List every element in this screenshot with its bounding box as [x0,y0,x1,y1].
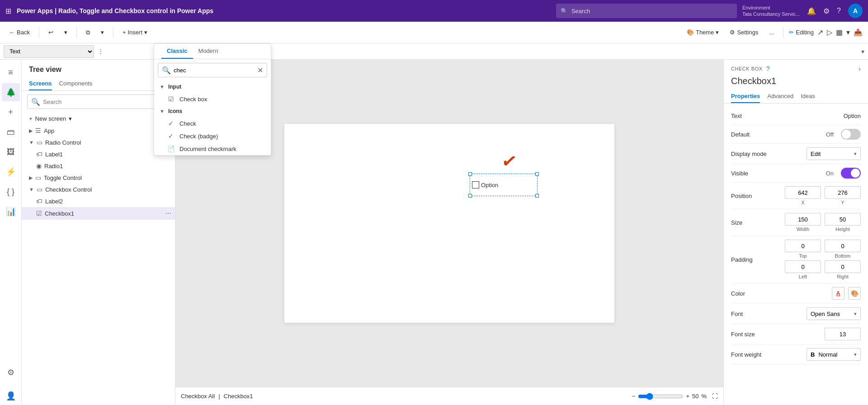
tab-screens[interactable]: Screens [29,77,52,90]
tree-item-radio-control[interactable]: ▼ ▭ Radio Control [22,137,175,148]
display-mode-dropdown[interactable]: Edit ▾ [807,147,861,160]
zoom-value: 50 [692,393,698,400]
more-button[interactable]: ... [765,27,778,38]
checkbox1-context-menu[interactable]: ··· [165,209,171,217]
rail-insert-icon[interactable]: + [2,103,20,121]
zoom-out-icon[interactable]: − [632,393,636,400]
padding-left-input[interactable] [785,260,821,273]
insert-item-check-badge[interactable]: ✓ Check (badge) [154,130,271,142]
fit-screen-icon[interactable]: ⛶ [712,393,718,400]
rail-user-icon[interactable]: 👤 [2,387,20,405]
font-dropdown[interactable]: Open Sans ▾ [807,307,861,320]
rail-tree-icon[interactable]: 🌲 [2,83,20,101]
handle-br[interactable] [535,194,539,198]
visible-on-label: On [826,170,834,177]
insert-item-document-checkmark[interactable]: 📄 Document checkmark [154,142,271,155]
tree-item-checkbox1[interactable]: ☑ Checkbox1 ··· [22,207,175,220]
grid-icon[interactable]: ⊞ [5,7,11,15]
tree-item-label1[interactable]: 🏷 Label1 [22,148,175,160]
copy-dropdown[interactable]: ▾ [97,27,108,38]
canvas-checkbox-control[interactable]: Option [470,174,538,196]
tab-advanced[interactable]: Advanced [767,90,793,103]
insert-section-input[interactable]: ▼ Input [154,81,271,93]
handle-tl[interactable] [468,172,472,176]
undo-button[interactable]: ↩ [45,27,57,38]
back-button[interactable]: ← Back [5,27,33,38]
insert-item-checkbox[interactable]: ☑ Check box [154,93,271,105]
share-icon[interactable]: ↗ [817,28,823,37]
visible-toggle[interactable] [841,168,861,179]
size-height-input[interactable] [825,213,861,226]
insert-search-clear-icon[interactable]: ✕ [257,66,263,75]
undo-dropdown[interactable]: ▾ [61,27,71,38]
copy-button[interactable]: ⧉ [82,27,94,38]
padding-bottom-input[interactable] [825,240,861,252]
handle-bl[interactable] [468,194,472,198]
padding-top-input[interactable] [785,240,821,252]
more-label: ... [769,29,774,36]
rail-variables-icon[interactable]: { } [2,183,20,201]
avatar[interactable]: A [848,4,863,18]
properties-section: Text Option Default Off Display mode Edi… [724,104,868,368]
font-weight-dropdown[interactable]: B Normal ▾ [807,348,861,361]
right-panel-expand-icon[interactable]: › [859,65,861,72]
prop-row-font: Font Open Sans ▾ [731,304,861,324]
tree-item-app[interactable]: ▶ ☰ App [22,125,175,137]
new-screen-button[interactable]: + New screen ▾ [22,113,175,125]
insert-button[interactable]: + Insert ▾ [119,27,151,38]
tab-ideas[interactable]: Ideas [801,90,815,103]
layout-chevron[interactable]: ▾ [846,28,850,37]
rail-power-icon[interactable]: ⚡ [2,163,20,181]
color-fill-picker[interactable]: 🎨 [848,287,861,300]
insert-tab-modern[interactable]: Modern [193,44,224,59]
radio1-icon: ◉ [36,162,42,170]
insert-section-icons[interactable]: ▼ Icons [154,105,271,117]
divider-4 [783,27,783,38]
help-icon[interactable]: ? [837,7,841,15]
layout-icon[interactable]: ▦ [836,28,843,37]
rail-data-icon[interactable]: 🗃 [2,123,20,141]
settings-icon[interactable]: ⚙ [823,7,830,15]
settings-button[interactable]: ⚙ Settings [726,27,762,38]
insert-tab-classic[interactable]: Classic [161,44,193,59]
font-chevron-icon: ▾ [854,311,857,317]
notification-icon[interactable]: 🔔 [807,7,816,15]
padding-right-input[interactable] [825,260,861,273]
preview-icon[interactable]: ▷ [827,28,832,37]
tree-search-input[interactable] [43,99,165,105]
width-group: Width [785,213,821,232]
insert-search-input[interactable] [174,67,255,74]
font-size-input[interactable] [825,328,861,340]
zoom-in-icon[interactable]: + [686,393,689,400]
rail-analytics-icon[interactable]: 📊 [2,202,20,221]
rail-settings-bottom-icon[interactable]: ⚙ [2,363,20,381]
color-text-picker[interactable]: A [832,287,844,300]
handle-tr[interactable] [535,172,539,176]
theme-button[interactable]: 🎨 Theme ▾ [683,27,722,38]
toggle-control-chevron-icon: ▶ [29,175,33,181]
top-search-bar[interactable]: 🔍 Search [556,4,737,18]
prop-row-font-size: Font size [731,324,861,344]
rail-media-icon[interactable]: 🖼 [2,143,20,161]
insert-item-check[interactable]: ✓ Check [154,117,271,130]
tab-components[interactable]: Components [59,77,93,90]
tree-item-checkbox-control[interactable]: ▼ ▭ Checkbox Control [22,184,175,195]
tree-item-label2[interactable]: 🏷 Label2 [22,195,175,207]
zoom-slider[interactable] [638,393,683,400]
size-width-input[interactable] [785,213,821,226]
new-screen-plus-icon: + [29,115,33,122]
formula-property-select[interactable]: Text [4,45,94,58]
position-x-input[interactable] [785,186,821,199]
publish-icon[interactable]: 📤 [854,28,863,37]
default-toggle[interactable] [841,129,861,140]
position-y-input[interactable] [825,186,861,199]
tree-item-radio1[interactable]: ◉ Radio1 [22,160,175,172]
formula-expand-icon[interactable]: ⋮ [98,48,104,55]
tree-item-toggle-control[interactable]: ▶ ▭ Toggle Control [22,172,175,184]
prop-row-font-weight: Font weight B Normal ▾ [731,344,861,365]
tab-properties[interactable]: Properties [731,90,760,103]
formula-collapse-icon[interactable]: ▾ [861,48,864,55]
control-help-icon[interactable]: ? [766,65,770,72]
control-name: Checkbox1 [724,76,868,90]
rail-menu-icon[interactable]: ≡ [2,63,20,81]
